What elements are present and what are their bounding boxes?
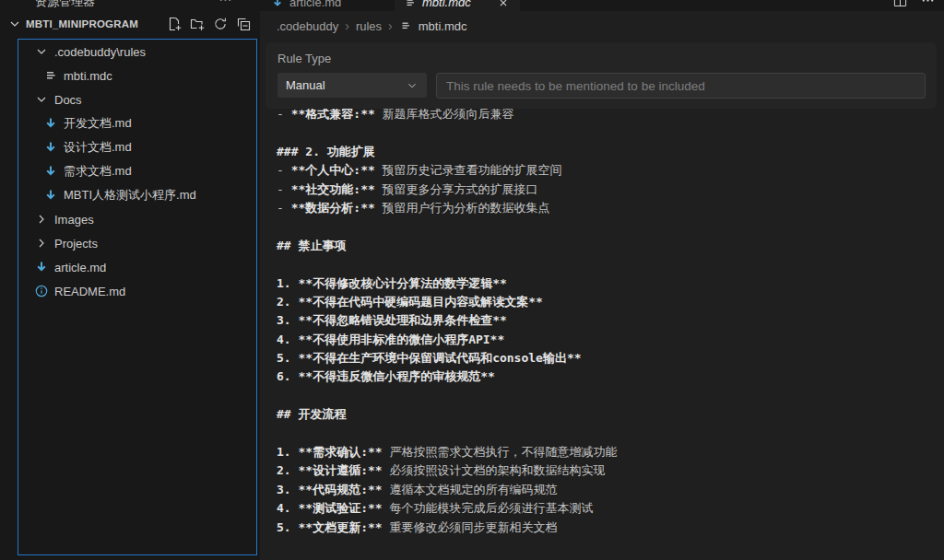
tree-item-label: Images	[54, 213, 94, 227]
tree-item[interactable]: Images	[18, 207, 256, 231]
tree-item[interactable]: 需求文档.md	[18, 159, 256, 183]
info-icon	[34, 284, 49, 298]
tab-bar: article.md mbti.mdc	[260, 0, 944, 11]
new-folder-icon[interactable]	[190, 17, 205, 31]
close-icon[interactable]	[496, 0, 511, 10]
tree-item-label: Projects	[54, 237, 98, 251]
chevron-right-icon	[34, 212, 49, 227]
chevron-right-icon	[34, 236, 49, 251]
md-icon	[43, 140, 58, 155]
tree-item-label: mbti.mdc	[64, 69, 112, 83]
breadcrumb-separator: ›	[345, 18, 349, 33]
chevron-down-icon	[406, 79, 419, 92]
rule-type-select[interactable]: Manual	[277, 73, 427, 98]
tab-label: article.md	[289, 0, 341, 10]
tab-mbti-mdc[interactable]: mbti.mdc	[395, 0, 520, 11]
chevron-down-icon	[34, 92, 49, 107]
breadcrumb-file[interactable]: mbti.mdc	[419, 19, 467, 33]
code-line: - **数据分析:** 预留用户行为分析的数据收集点	[260, 199, 944, 217]
code-line: 2. **设计遵循:** 必须按照设计文档的架构和数据结构实现	[260, 461, 944, 480]
md-icon	[43, 116, 58, 131]
code-line: 4. **不得使用非标准的微信小程序API**	[260, 331, 944, 349]
breadcrumb-separator: ›	[388, 18, 393, 33]
rule-type-label: Rule Type	[277, 52, 331, 65]
tab-label: mbti.mdc	[422, 0, 490, 10]
rule-type-selected-value: Manual	[286, 78, 406, 92]
code-line: 5. **文档更新:** 重要修改必须同步更新相关文档	[260, 519, 944, 537]
more-actions-icon[interactable]	[920, 0, 935, 7]
mdc-icon	[43, 68, 58, 83]
md-icon	[43, 164, 58, 179]
chevron-down-icon	[7, 17, 22, 31]
tree-item[interactable]: .codebuddy\rules	[18, 40, 256, 64]
md-icon	[34, 260, 49, 274]
editor-actions	[892, 0, 935, 7]
tree-item-label: README.md	[54, 285, 125, 298]
mdc-file-icon	[404, 0, 417, 9]
code-line	[260, 217, 944, 236]
tree-item[interactable]: mbti.mdc	[18, 64, 256, 88]
mdc-file-icon	[399, 19, 412, 32]
tree-item-label: .codebuddy\rules	[54, 45, 146, 59]
breadcrumb-rules[interactable]: rules	[356, 19, 382, 33]
explorer-header: 资源管理器	[0, 0, 260, 9]
md-icon	[43, 188, 58, 203]
tree-item[interactable]: README.md	[18, 279, 256, 303]
code-line: ## 开发流程	[260, 405, 944, 424]
chevron-down-icon	[34, 44, 49, 59]
project-name: MBTI_MINIPROGRAM	[26, 18, 167, 29]
code-line: 4. **测试验证:** 每个功能模块完成后必须进行基本测试	[260, 499, 944, 518]
rule-type-panel: Rule Type Manual	[266, 42, 937, 109]
code-line: 2. **不得在代码中硬编码题目内容或解读文案**	[260, 293, 944, 311]
more-actions-icon[interactable]	[218, 0, 232, 6]
code-line: 6. **不得违反微信小程序的审核规范**	[260, 368, 944, 386]
tree-item[interactable]: 开发文档.md	[18, 111, 256, 135]
markdown-file-icon	[271, 0, 284, 9]
editor-content[interactable]: - **格式兼容:** 新题库格式必须向后兼容 ### 2. 功能扩展- **个…	[260, 109, 944, 560]
file-tree[interactable]: .codebuddy\rulesmbti.mdcDocs开发文档.md设计文档.…	[18, 39, 257, 555]
collapse-all-icon[interactable]	[236, 17, 251, 31]
tree-item-label: Docs	[54, 93, 82, 107]
tree-item-label: MBTI人格测试小程序.md	[64, 187, 196, 204]
tree-item[interactable]: Docs	[18, 88, 256, 111]
code-line: ### 2. 功能扩展	[260, 143, 944, 161]
code-line: 1. **需求确认:** 严格按照需求文档执行，不得随意增减功能	[260, 443, 944, 461]
code-line: 3. **代码规范:** 遵循本文档规定的所有编码规范	[260, 481, 944, 499]
code-line: - **格式兼容:** 新题库格式必须向后兼容	[260, 109, 944, 123]
tree-item[interactable]: 设计文档.md	[18, 135, 256, 159]
code-line	[260, 255, 944, 274]
rule-description-input[interactable]	[436, 73, 926, 99]
code-lines: - **格式兼容:** 新题库格式必须向后兼容 ### 2. 功能扩展- **个…	[260, 109, 944, 537]
code-line: 5. **不得在生产环境中保留调试代码和console输出**	[260, 349, 944, 368]
tree-item-label: 需求文档.md	[64, 163, 132, 180]
tree-item-label: article.md	[54, 261, 106, 274]
code-line: - **个人中心:** 预留历史记录查看功能的扩展空间	[260, 161, 944, 180]
code-line	[260, 123, 944, 142]
editor-group: article.md mbti.mdc .codebuddy › rules ›…	[260, 0, 944, 560]
tab-article-md[interactable]: article.md	[262, 0, 391, 11]
tree-item-label: 设计文档.md	[64, 139, 132, 156]
breadcrumb: .codebuddy › rules › mbti.mdc	[260, 11, 944, 41]
explorer-title: 资源管理器	[35, 0, 95, 9]
tree-item[interactable]: article.md	[18, 255, 256, 279]
tree-item[interactable]: Projects	[18, 231, 256, 255]
project-actions	[167, 17, 251, 31]
code-line: - **社交功能:** 预留更多分享方式的扩展接口	[260, 181, 944, 199]
explorer-sidebar: 资源管理器 MBTI_MINIPROGRAM .codebuddy\rulesm…	[0, 0, 260, 560]
tree-item[interactable]: MBTI人格测试小程序.md	[18, 183, 256, 207]
breadcrumb-codebuddy[interactable]: .codebuddy	[277, 19, 338, 33]
new-file-icon[interactable]	[167, 17, 182, 31]
split-editor-icon[interactable]	[892, 0, 907, 7]
code-line	[260, 425, 944, 443]
project-root-row[interactable]: MBTI_MINIPROGRAM	[0, 9, 260, 39]
code-line: ## 禁止事项	[260, 237, 944, 255]
code-line: 1. **不得修改核心计分算法的数学逻辑**	[260, 274, 944, 293]
code-line	[260, 387, 944, 405]
tree-item-label: 开发文档.md	[64, 115, 132, 132]
code-line: 3. **不得忽略错误处理和边界条件检查**	[260, 311, 944, 330]
refresh-icon[interactable]	[213, 17, 228, 31]
